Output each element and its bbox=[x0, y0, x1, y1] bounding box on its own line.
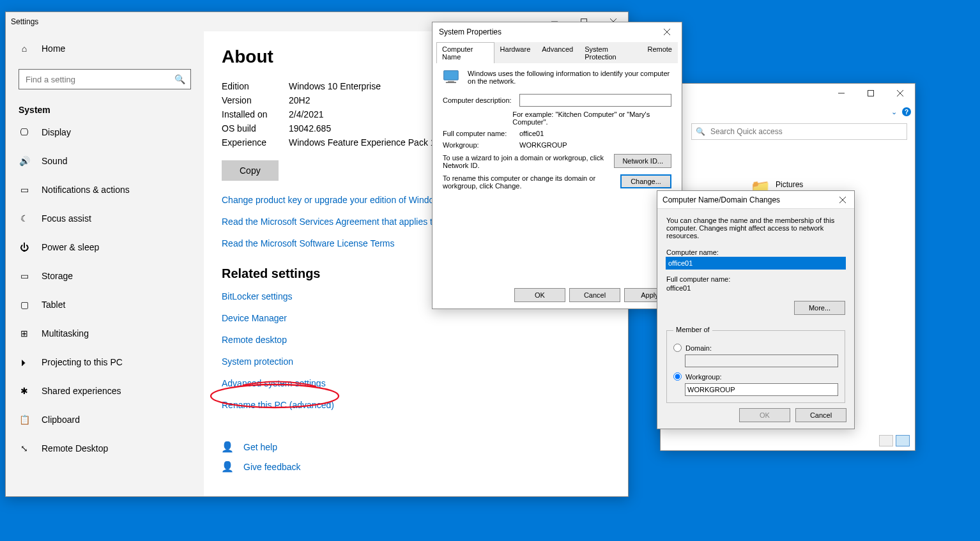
remote-desktop-icon: ⤡ bbox=[19, 443, 30, 453]
display-icon: 🖵 bbox=[19, 127, 30, 137]
nav-storage[interactable]: ▭Storage bbox=[6, 261, 204, 290]
nav-tablet[interactable]: ▢Tablet bbox=[6, 290, 204, 319]
sound-icon: 🔊 bbox=[19, 156, 30, 166]
close-button[interactable] bbox=[831, 190, 854, 210]
edition-label: Edition bbox=[222, 81, 289, 91]
tab-computer-name[interactable]: Computer Name bbox=[436, 42, 494, 63]
experience-label: Experience bbox=[222, 137, 289, 148]
system-heading: System bbox=[6, 97, 204, 118]
member-of-group: Member of Domain: Workgroup: bbox=[666, 330, 845, 403]
explorer-search-box[interactable]: 🔍 bbox=[691, 123, 907, 140]
get-help-row[interactable]: 👤 Get help bbox=[222, 441, 610, 453]
sysprops-tabstrip: Computer Name Hardware Advanced System P… bbox=[436, 42, 678, 63]
workgroup-value: WORKGROUP bbox=[519, 141, 567, 149]
link-rename-pc-advanced[interactable]: Rename this PC (advanced) bbox=[222, 400, 610, 410]
nav-clipboard[interactable]: 📋Clipboard bbox=[6, 405, 204, 434]
sysprops-intro: Windows uses the following information t… bbox=[468, 70, 671, 85]
cancel-button[interactable]: Cancel bbox=[569, 288, 620, 302]
tab-remote[interactable]: Remote bbox=[641, 42, 678, 63]
projecting-icon: ⏵ bbox=[19, 357, 30, 367]
link-device-manager[interactable]: Device Manager bbox=[222, 313, 610, 323]
workgroup-radio-label: Workgroup: bbox=[685, 373, 722, 381]
nav-display[interactable]: 🖵Display bbox=[6, 118, 204, 146]
link-advanced-system-settings[interactable]: Advanced system settings bbox=[222, 378, 610, 388]
computer-description-input[interactable] bbox=[519, 94, 671, 107]
sysprops-title: System Properties bbox=[433, 27, 652, 36]
ok-button[interactable]: OK bbox=[739, 408, 790, 422]
help-icon[interactable]: ? bbox=[902, 107, 911, 116]
power-icon: ⏻ bbox=[19, 242, 30, 252]
ribbon-chevron-icon[interactable]: ⌄ bbox=[891, 108, 897, 116]
tab-hardware[interactable]: Hardware bbox=[494, 42, 537, 63]
shared-icon: ✱ bbox=[19, 386, 30, 396]
more-button[interactable]: More... bbox=[794, 301, 845, 315]
storage-icon: ▭ bbox=[19, 271, 30, 281]
nav-projecting[interactable]: ⏵Projecting to this PC bbox=[6, 347, 204, 376]
tablet-icon: ▢ bbox=[19, 300, 30, 310]
maximize-button[interactable] bbox=[856, 84, 885, 103]
multitasking-icon: ⊞ bbox=[19, 328, 30, 339]
search-icon: 🔍 bbox=[174, 74, 185, 84]
workgroup-radio[interactable] bbox=[673, 372, 682, 381]
explorer-titlebar bbox=[661, 84, 915, 103]
computer-description-example: For example: "Kitchen Computer" or "Mary… bbox=[512, 110, 671, 126]
clipboard-icon: 📋 bbox=[19, 415, 30, 425]
get-help-link[interactable]: Get help bbox=[243, 442, 277, 452]
give-feedback-link[interactable]: Give feedback bbox=[243, 462, 301, 472]
tab-system-protection[interactable]: System Protection bbox=[579, 42, 641, 63]
nav-notifications[interactable]: ▭Notifications & actions bbox=[6, 175, 204, 204]
close-button[interactable] bbox=[885, 84, 915, 103]
full-computer-name-value: office01 bbox=[519, 130, 544, 137]
settings-search-input[interactable] bbox=[24, 74, 174, 85]
nav-power-sleep[interactable]: ⏻Power & sleep bbox=[6, 232, 204, 261]
sysprops-titlebar: System Properties bbox=[433, 22, 682, 42]
settings-search-box[interactable]: 🔍 bbox=[19, 69, 191, 89]
domain-dialog-title: Computer Name/Domain Changes bbox=[657, 195, 831, 204]
view-details-icon[interactable] bbox=[879, 435, 893, 446]
computer-name-label: Computer name: bbox=[666, 248, 845, 256]
folder-name: Pictures bbox=[776, 180, 803, 189]
svg-rect-10 bbox=[444, 71, 459, 80]
explorer-ribbon: ⌄ ? bbox=[661, 103, 915, 121]
domain-input bbox=[685, 354, 838, 367]
svg-rect-12 bbox=[446, 82, 456, 83]
nav-multitasking[interactable]: ⊞Multitasking bbox=[6, 319, 204, 347]
domain-radio-label: Domain: bbox=[685, 344, 712, 352]
full-computer-name-label: Full computer name: bbox=[443, 130, 519, 137]
change-text: To rename this computer or change its do… bbox=[443, 174, 614, 190]
computer-description-label: Computer description: bbox=[443, 96, 519, 104]
version-value: 20H2 bbox=[289, 95, 310, 105]
settings-sidebar: ⌂ Home 🔍 System 🖵Display 🔊Sound ▭Notific… bbox=[6, 31, 204, 496]
cancel-button[interactable]: Cancel bbox=[795, 408, 846, 422]
home-label: Home bbox=[42, 43, 65, 54]
workgroup-input[interactable] bbox=[685, 383, 838, 396]
nav-remote-desktop[interactable]: ⤡Remote Desktop bbox=[6, 434, 204, 462]
search-icon: 🔍 bbox=[696, 127, 705, 136]
link-remote-desktop[interactable]: Remote desktop bbox=[222, 335, 610, 345]
osbuild-label: OS build bbox=[222, 123, 289, 133]
domain-radio[interactable] bbox=[673, 344, 682, 352]
installed-value: 2/4/2021 bbox=[289, 109, 324, 119]
close-button[interactable] bbox=[652, 22, 682, 42]
network-id-button[interactable]: Network ID... bbox=[614, 154, 671, 168]
tab-advanced[interactable]: Advanced bbox=[536, 42, 579, 63]
focus-icon: ☾ bbox=[19, 213, 30, 224]
feedback-icon: 👤 bbox=[222, 461, 233, 473]
computer-name-input[interactable] bbox=[666, 257, 845, 269]
version-label: Version bbox=[222, 95, 289, 105]
domain-changes-dialog: Computer Name/Domain Changes You can cha… bbox=[657, 190, 855, 429]
give-feedback-row[interactable]: 👤 Give feedback bbox=[222, 461, 610, 473]
nav-focus-assist[interactable]: ☾Focus assist bbox=[6, 204, 204, 232]
view-large-icon[interactable] bbox=[896, 435, 910, 446]
copy-button[interactable]: Copy bbox=[222, 160, 279, 181]
explorer-search-input[interactable] bbox=[709, 126, 903, 137]
minimize-button[interactable] bbox=[827, 84, 856, 103]
edition-value: Windows 10 Enterprise bbox=[289, 81, 381, 91]
link-system-protection[interactable]: System protection bbox=[222, 356, 610, 367]
ok-button[interactable]: OK bbox=[514, 288, 565, 302]
nav-shared-experiences[interactable]: ✱Shared experiences bbox=[6, 376, 204, 405]
change-button[interactable]: Change... bbox=[620, 174, 671, 188]
nav-sound[interactable]: 🔊Sound bbox=[6, 146, 204, 175]
home-nav[interactable]: ⌂ Home bbox=[6, 34, 204, 63]
get-help-icon: 👤 bbox=[222, 441, 233, 453]
